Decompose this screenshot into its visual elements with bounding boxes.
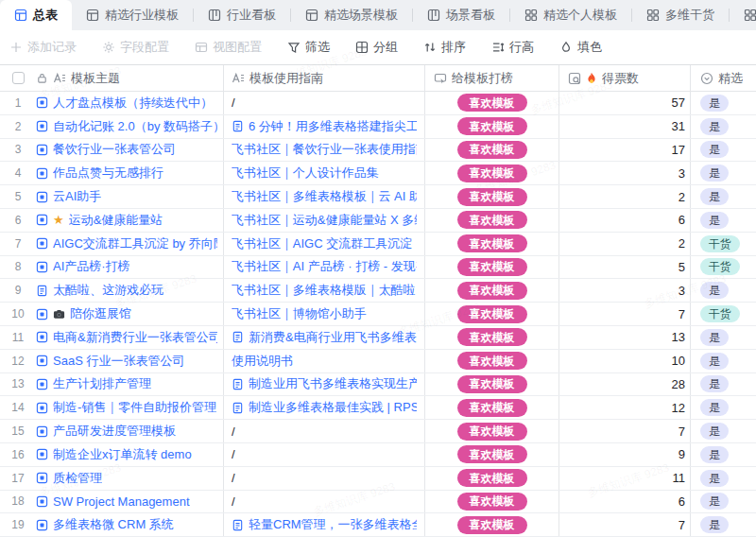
bitable-icon — [36, 355, 48, 367]
like-template-button[interactable]: 喜欢模板 — [457, 234, 527, 252]
like-template-button[interactable]: 喜欢模板 — [457, 516, 527, 534]
guide-link[interactable]: 飞书社区｜餐饮行业一张表使用指南 — [232, 141, 417, 158]
toolbar-item-label: 添加记录 — [27, 39, 77, 56]
like-template-button[interactable]: 喜欢模板 — [457, 94, 527, 112]
view-tab[interactable]: 精选模板合集 — [730, 0, 756, 30]
view-tab[interactable]: 精选个人模板 — [510, 0, 631, 30]
like-template-button[interactable]: 喜欢模板 — [457, 258, 527, 276]
votes-value: 9 — [679, 447, 685, 461]
votes-value: 5 — [679, 260, 685, 274]
toolbar-item[interactable]: 筛选 — [287, 39, 330, 56]
like-template-button[interactable]: 喜欢模板 — [457, 328, 527, 346]
template-title-link[interactable]: 生产计划排产管理 — [53, 375, 151, 392]
like-template-button[interactable]: 喜欢模板 — [457, 188, 527, 206]
votes-cell: 12 — [559, 396, 691, 419]
column-header-guide[interactable]: 模板使用指南 — [224, 65, 425, 91]
template-title-link[interactable]: SaaS 行业一张表管公司 — [53, 353, 184, 370]
guide-link[interactable]: 6 分钟！用多维表格搭建指尖工作... — [249, 118, 417, 135]
toolbar-item-label: 行高 — [509, 39, 534, 56]
template-title-link[interactable]: 自动化记账 2.0（by 数码搭子） — [53, 118, 217, 135]
button-field-icon — [434, 72, 447, 85]
template-title-link[interactable]: 人才盘点模板（持续迭代中） — [53, 95, 213, 112]
template-title-link[interactable]: 云AI助手 — [53, 188, 101, 205]
featured-badge: 是 — [700, 493, 729, 510]
template-title-link[interactable]: AI产品榜·打榜 — [53, 258, 130, 275]
guide-link[interactable]: 飞书社区｜AIGC 交流群工具沉淀 — [232, 235, 412, 252]
template-title-link[interactable]: AIGC交流群工具沉淀 by 乔向阳 — [53, 235, 217, 252]
like-template-button[interactable]: 喜欢模板 — [457, 399, 527, 417]
toolbar-item[interactable]: 填色 — [559, 39, 602, 56]
guide-link[interactable]: 使用说明书 — [232, 353, 293, 370]
table-row: 5云AI助手飞书社区｜多维表格模板｜云 AI 助手...喜欢模板2是 — [0, 185, 756, 209]
view-tab[interactable]: 行业看板 — [194, 0, 290, 30]
template-title-link[interactable]: 电商&新消费行业一张表管公司 — [53, 329, 217, 346]
template-title-link[interactable]: SW Project Management — [53, 494, 190, 509]
column-header-vote-button[interactable]: 给模板打榜 — [425, 65, 559, 91]
title-cell: 人才盘点模板（持续迭代中） — [36, 92, 224, 114]
template-title-link[interactable]: 作品点赞与无感排行 — [53, 165, 163, 182]
guide-link[interactable]: 飞书社区｜运动&健康能量站 X 多维表格 — [232, 212, 417, 229]
toolbar-item-label: 填色 — [577, 39, 602, 56]
view-tab[interactable]: 总表 — [0, 0, 72, 30]
votes-cell: 7 — [559, 303, 691, 325]
select-all-checkbox[interactable] — [12, 72, 25, 84]
toolbar-item[interactable]: 分组 — [355, 39, 398, 56]
column-header-featured[interactable]: 精选 — [691, 65, 756, 91]
text-field-icon — [53, 72, 66, 84]
toolbar-item[interactable]: 添加记录 — [9, 39, 77, 56]
like-template-button[interactable]: 喜欢模板 — [457, 445, 527, 463]
like-template-button[interactable]: 喜欢模板 — [457, 305, 527, 323]
template-title-link[interactable]: 陪你逛展馆 — [70, 305, 131, 322]
bitable-icon — [36, 402, 48, 414]
view-tab-label: 精选行业模板 — [105, 7, 179, 24]
template-title-link[interactable]: 餐饮行业一张表管公司 — [53, 141, 176, 158]
like-template-button[interactable]: 喜欢模板 — [457, 165, 527, 182]
guide-link[interactable]: 飞书社区｜个人设计作品集 — [232, 165, 379, 182]
like-template-button[interactable]: 喜欢模板 — [457, 423, 527, 441]
toolbar-item[interactable]: 字段配置 — [102, 39, 169, 56]
toolbar-item[interactable]: 行高 — [491, 39, 534, 56]
table-row: 10陪你逛展馆飞书社区｜博物馆小助手喜欢模板7干货 — [0, 303, 756, 326]
template-title-link[interactable]: 产品研发进度管理模板 — [53, 423, 176, 440]
guide-link[interactable]: 飞书社区｜博物馆小助手 — [232, 305, 367, 322]
like-template-button[interactable]: 喜欢模板 — [457, 469, 527, 487]
view-tab[interactable]: 精选行业模板 — [72, 0, 193, 30]
table-row: 1人才盘点模板（持续迭代中）/喜欢模板57是 — [0, 92, 756, 115]
like-template-button[interactable]: 喜欢模板 — [457, 282, 527, 300]
title-cell: 作品点赞与无感排行 — [36, 162, 224, 184]
kanban-icon — [208, 9, 221, 22]
view-tab[interactable]: 精选场景模板 — [291, 0, 412, 30]
row-height-icon — [491, 41, 505, 54]
view-tab[interactable]: 场景看板 — [413, 0, 509, 30]
guide-link[interactable]: 新消费&电商行业用飞书多维表格「... — [249, 329, 417, 346]
votes-cell: 28 — [559, 373, 691, 396]
template-title-link[interactable]: 多维表格微 CRM 系统 — [53, 516, 174, 533]
view-tab[interactable]: 多维干货 — [632, 0, 729, 30]
guide-link[interactable]: 制造业用飞书多维表格实现生产排... — [249, 375, 417, 392]
like-template-button[interactable]: 喜欢模板 — [457, 375, 527, 393]
like-template-button[interactable]: 喜欢模板 — [457, 117, 527, 135]
guide-link[interactable]: 制造业多维表格最佳实践 | RPS — [249, 399, 417, 416]
template-title-link[interactable]: 制造企业x订单流转 demo — [53, 446, 192, 463]
like-template-button[interactable]: 喜欢模板 — [457, 493, 527, 511]
row-number: 2 — [0, 115, 36, 138]
guide-link[interactable]: 飞书社区｜多维表格模版｜太酷啦、这... — [232, 282, 417, 299]
like-template-button[interactable]: 喜欢模板 — [457, 141, 527, 159]
toolbar-item[interactable]: 排序 — [423, 39, 466, 56]
like-template-button[interactable]: 喜欢模板 — [457, 352, 527, 370]
column-header-votes[interactable]: 得票数 — [559, 65, 691, 91]
column-header-title[interactable]: 模板主题 — [36, 65, 224, 91]
featured-badge: 干货 — [700, 235, 740, 252]
votes-cell: 13 — [559, 326, 691, 349]
gear-icon — [102, 41, 115, 54]
guide-link[interactable]: 飞书社区｜多维表格模板｜云 AI 助手... — [232, 188, 417, 205]
template-title-link[interactable]: 制造-销售｜零件自助报价管理 — [53, 399, 216, 416]
like-template-button[interactable]: 喜欢模板 — [457, 211, 527, 229]
guide-link[interactable]: 飞书社区｜AI 产品榜 · 打榜 - 发现有趣... — [232, 258, 417, 275]
template-title-link[interactable]: 运动&健康能量站 — [69, 212, 163, 229]
template-title-link[interactable]: 质检管理 — [53, 470, 102, 487]
toolbar-item[interactable]: 视图配置 — [195, 39, 262, 56]
guide-link[interactable]: 轻量CRM管理，一张多维表格全搞定 — [249, 516, 417, 533]
template-title-link[interactable]: 太酷啦、这游戏必玩 — [53, 282, 163, 299]
view-tab-label: 总表 — [33, 7, 58, 24]
